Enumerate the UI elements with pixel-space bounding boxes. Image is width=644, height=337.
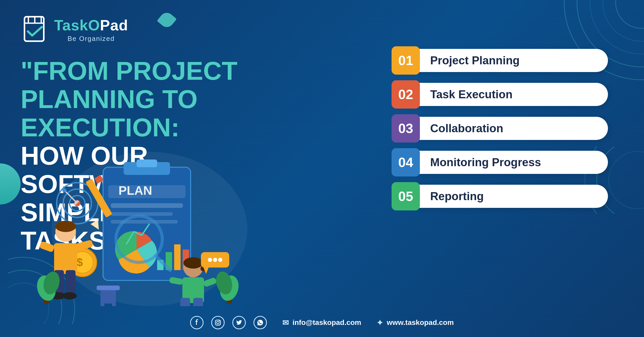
list-item-4: 04 Monitoring Progress [392,148,608,176]
brand-name: TaskOPad [54,16,128,34]
website-url: www.taskopad.com [387,318,454,327]
badge-05: 05 [392,182,420,210]
svg-rect-73 [112,302,116,306]
svg-point-55 [62,292,77,299]
svg-rect-71 [97,286,120,290]
item-label-04: Monitoring Progress [430,156,541,169]
svg-text:$: $ [77,256,83,269]
brand-name-part1: TaskO [54,17,100,33]
brand-tagline: Be Organized [54,35,128,43]
badge-01: 01 [392,46,420,75]
svg-point-69 [218,258,222,262]
badge-02: 02 [392,80,420,109]
item-label-05: Reporting [430,190,484,203]
svg-rect-72 [100,302,104,306]
svg-point-67 [208,258,212,262]
badge-number-05: 05 [398,189,413,204]
svg-rect-22 [111,203,183,208]
social-icons [190,316,267,329]
svg-rect-19 [137,159,157,167]
email-address: info@taskopad.com [292,318,361,327]
item-label-03: Collaboration [430,122,503,135]
headline-line2: PLANNING TO EXECUTION: [21,85,252,141]
svg-text:PLAN: PLAN [118,184,152,197]
svg-point-63 [183,257,203,269]
logo-area: TaskOPad Be Organized [21,15,128,44]
item-card-02: Task Execution [417,83,608,106]
svg-point-56 [55,221,76,232]
svg-rect-52 [39,241,55,253]
logo-text-group: TaskOPad Be Organized [54,16,128,43]
footer-email: ✉ info@taskopad.com [282,318,361,327]
brand-name-part2: Pad [100,17,128,33]
whatsapp-icon[interactable] [253,316,267,329]
svg-rect-51 [66,270,75,296]
background: TaskOPad Be Organized "FROM PROJECT PLAN… [0,0,644,337]
footer-bar: ✉ info@taskopad.com ✦ www.taskopad.com [0,316,644,329]
svg-point-81 [217,321,219,324]
svg-point-68 [213,258,217,262]
item-card-04: Monitoring Progress [417,151,608,174]
badge-number-04: 04 [398,155,413,170]
list-item-3: 03 Collaboration [392,114,608,143]
svg-rect-49 [54,243,77,274]
instagram-icon[interactable] [211,316,225,329]
badge-04: 04 [392,148,420,176]
svg-point-82 [219,321,220,321]
item-card-01: Project Planning [417,49,608,72]
list-item-1: 01 Project Planning [392,46,608,75]
illustration-area: PLAN [26,152,270,306]
svg-point-7 [609,152,644,209]
illustration-svg: PLAN [26,152,270,306]
teal-blob-top [157,10,177,30]
cursor-icon: ✦ [377,318,383,327]
teal-blob-left [0,163,21,205]
headline-line1: "FROM PROJECT [21,57,252,85]
email-icon: ✉ [282,318,289,327]
svg-rect-28 [174,244,181,270]
twitter-icon[interactable] [232,316,246,329]
item-card-05: Reporting [417,185,608,208]
svg-point-4 [616,0,644,28]
badge-number-02: 02 [398,87,413,102]
item-card-03: Collaboration [417,117,608,140]
item-label-01: Project Planning [430,54,520,67]
numbered-list: 01 Project Planning 02 Task Execution 03… [392,46,608,210]
item-label-02: Task Execution [430,88,513,101]
svg-point-35 [62,188,66,192]
svg-rect-60 [193,298,203,306]
list-item-5: 05 Reporting [392,182,608,210]
svg-point-2 [590,0,644,54]
list-item-2: 02 Task Execution [392,80,608,109]
badge-03: 03 [392,114,420,143]
badge-number-03: 03 [398,121,413,136]
badge-number-01: 01 [398,53,413,68]
svg-rect-70 [100,288,116,304]
facebook-icon[interactable] [190,316,204,329]
svg-rect-59 [180,298,190,306]
logo-icon [21,15,49,44]
footer-website: ✦ www.taskopad.com [377,318,454,327]
